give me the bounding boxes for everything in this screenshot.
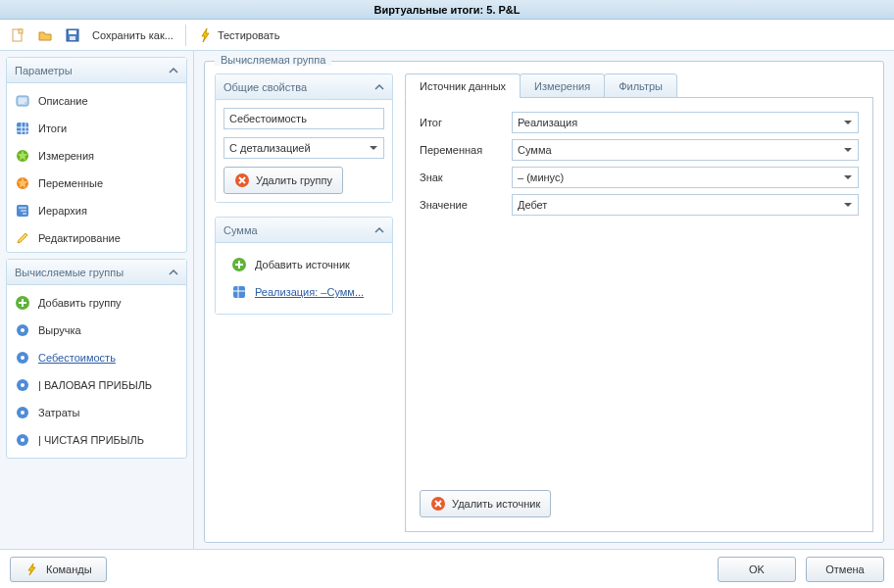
bottom-bar: Команды OK Отмена (0, 549, 894, 588)
tabs: Источник данных Измерения Фильтры (405, 74, 873, 98)
param-hierarchy[interactable]: Иерархия (7, 197, 186, 224)
new-button[interactable] (6, 24, 29, 47)
star-green-icon (15, 148, 30, 164)
tab-data-source[interactable]: Источник данных (405, 74, 521, 98)
total-label: Итог (420, 117, 504, 128)
test-button[interactable]: Тестировать (194, 24, 284, 47)
lightning-icon (198, 27, 214, 43)
svg-rect-1 (19, 29, 23, 33)
plus-circle-icon (15, 295, 30, 311)
close-circle-icon (234, 172, 250, 188)
chevron-up-icon (374, 225, 384, 235)
save-button[interactable] (61, 24, 84, 47)
total-select[interactable]: Реализация (512, 112, 859, 133)
toolbar: Сохранить как... Тестировать (0, 20, 894, 51)
delete-group-button[interactable]: Удалить группу (224, 167, 343, 194)
sum-panel: Сумма Добавить источник Реализация: –Сум… (215, 217, 393, 315)
chevron-up-icon (169, 268, 178, 277)
sign-select[interactable]: – (минус) (512, 167, 859, 188)
groupbox-calc-group: Вычисляемая группа Общие свойства С дета… (204, 61, 884, 543)
hierarchy-icon (15, 203, 30, 219)
variable-label: Переменная (420, 144, 504, 156)
grid-icon (15, 121, 30, 136)
pencil-icon (15, 230, 30, 246)
gear-icon (15, 405, 30, 420)
folder-open-icon (37, 27, 53, 43)
add-source-item[interactable]: Добавить источник (224, 251, 384, 278)
params-panel: Параметры Описание Итоги Измерения (6, 57, 187, 253)
open-button[interactable] (33, 24, 57, 47)
common-props-panel: Общие свойства С детализацией Удалить гр… (215, 74, 393, 203)
tab-filters[interactable]: Фильтры (604, 74, 677, 98)
param-description[interactable]: Описание (7, 87, 186, 115)
document-new-icon (10, 27, 25, 43)
delete-source-button[interactable]: Удалить источник (420, 490, 551, 517)
param-totals[interactable]: Итоги (7, 115, 186, 142)
common-props-header[interactable]: Общие свойства (216, 74, 392, 100)
gear-icon (15, 350, 30, 366)
variable-select[interactable]: Сумма (512, 139, 859, 161)
star-orange-icon (15, 175, 30, 191)
param-editing[interactable]: Редактирование (7, 224, 186, 252)
sum-header[interactable]: Сумма (216, 218, 392, 243)
group-revenue[interactable]: Выручка (7, 317, 186, 344)
save-as-label: Сохранить как... (92, 29, 174, 41)
cancel-button[interactable]: Отмена (806, 557, 884, 582)
svg-point-28 (21, 383, 25, 387)
description-icon (15, 93, 30, 109)
save-as-button[interactable]: Сохранить как... (88, 24, 177, 47)
chevron-up-icon (169, 66, 178, 75)
grid-icon (231, 284, 247, 300)
svg-point-26 (21, 356, 25, 360)
close-circle-icon (430, 496, 446, 512)
sign-label: Знак (420, 172, 504, 183)
add-group-item[interactable]: Добавить группу (7, 289, 186, 317)
groups-panel: Вычисляемые группы Добавить группу Выруч… (6, 259, 187, 459)
source-item[interactable]: Реализация: –Сумм... (224, 278, 384, 306)
group-cost[interactable]: Себестоимость (7, 344, 186, 371)
content-area: Вычисляемая группа Общие свойства С дета… (194, 51, 894, 549)
value-select[interactable]: Дебет (512, 194, 859, 216)
svg-rect-3 (69, 30, 76, 34)
svg-point-30 (21, 411, 25, 415)
commands-button[interactable]: Команды (10, 557, 107, 582)
plus-circle-icon (231, 257, 247, 272)
window-title: Виртуальные итоги: 5. P&L (0, 0, 894, 20)
group-net-profit[interactable]: | ЧИСТАЯ ПРИБЫЛЬ (7, 426, 186, 454)
param-dimensions[interactable]: Измерения (7, 142, 186, 170)
gear-icon (15, 322, 30, 338)
sidebar: Параметры Описание Итоги Измерения (0, 51, 194, 549)
group-name-input[interactable] (224, 108, 384, 129)
groupbox-title: Вычисляемая группа (215, 54, 331, 66)
detail-select[interactable]: С детализацией (224, 137, 384, 159)
svg-point-32 (21, 438, 25, 442)
param-variables[interactable]: Переменные (7, 170, 186, 197)
lightning-icon (25, 562, 40, 577)
svg-point-24 (21, 328, 25, 332)
params-header[interactable]: Параметры (7, 58, 186, 83)
test-label: Тестировать (218, 29, 280, 41)
chevron-up-icon (374, 82, 384, 92)
group-gross-profit[interactable]: | ВАЛОВАЯ ПРИБЫЛЬ (7, 371, 186, 399)
gear-icon (15, 432, 30, 448)
svg-rect-9 (17, 122, 28, 134)
ok-button[interactable]: OK (718, 557, 796, 582)
floppy-icon (65, 27, 80, 43)
toolbar-separator (185, 24, 186, 46)
gear-icon (15, 377, 30, 393)
groups-header[interactable]: Вычисляемые группы (7, 260, 186, 285)
group-expenses[interactable]: Затраты (7, 399, 186, 426)
svg-rect-4 (70, 36, 75, 40)
svg-rect-39 (233, 286, 245, 298)
value-label: Значение (420, 199, 504, 211)
tab-dimensions[interactable]: Измерения (520, 74, 605, 98)
tab-pane: Итог Реализация Переменная Сумма Знак – … (405, 98, 873, 532)
